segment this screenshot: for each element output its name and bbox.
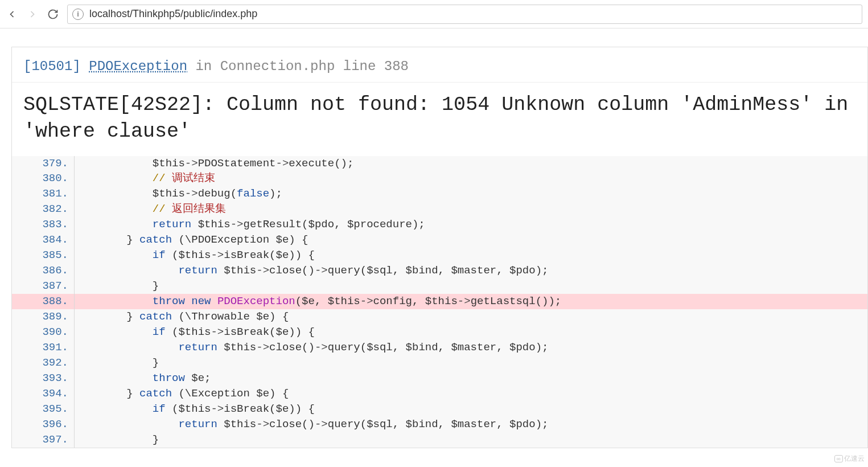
code-line: 379. $this->PDOStatement->execute(); [12,156,867,171]
source-code: 379. $this->PDOStatement->execute();380.… [12,156,867,448]
watermark-icon: ∞ [834,455,843,462]
code-line: 386. return $this->close()->query($sql, … [12,263,867,278]
code-line: 387. } [12,278,867,294]
code-line: 392. } [12,355,867,371]
source-text: return $this->close()->query($sql, $bind… [75,340,867,355]
line-number: 395. [12,402,75,417]
line-number: 391. [12,340,75,355]
code-line: 383. return $this->getResult($pdo, $proc… [12,217,867,232]
code-line: 385. if ($this->isBreak($e)) { [12,248,867,263]
error-code: [10501] [23,59,81,74]
back-button[interactable] [6,8,18,21]
source-text: return $this->close()->query($sql, $bind… [75,263,867,278]
code-line: 396. return $this->close()->query($sql, … [12,417,867,432]
reload-button[interactable] [47,8,59,21]
watermark-text: 亿速云 [844,454,865,462]
line-number: 383. [12,217,75,232]
file-line: Connection.php line 388 [220,59,409,74]
line-number: 384. [12,232,75,248]
line-number: 389. [12,309,75,325]
source-text: } [75,432,867,448]
code-line: 389. } catch (\Throwable $e) { [12,309,867,325]
site-info-icon[interactable]: i [72,9,84,20]
source-text: } catch (\Throwable $e) { [75,309,867,325]
line-number: 392. [12,355,75,371]
line-number: 393. [12,371,75,386]
line-number: 394. [12,386,75,402]
line-number: 390. [12,325,75,340]
code-line-highlight: 388. throw new PDOException($e, $this->c… [12,294,867,309]
error-panel: [10501] PDOException in Connection.php l… [11,47,868,448]
line-number: 385. [12,248,75,263]
line-number: 387. [12,278,75,294]
source-text: return $this->getResult($pdo, $procedure… [75,217,867,232]
error-header: [10501] PDOException in Connection.php l… [12,47,867,83]
source-text: if ($this->isBreak($e)) { [75,248,867,263]
code-line: 390. if ($this->isBreak($e)) { [12,325,867,340]
line-number: 382. [12,202,75,217]
source-text: } catch (\Exception $e) { [75,386,867,402]
forward-button[interactable] [26,8,39,21]
source-text: // 返回结果集 [75,202,867,217]
line-number: 380. [12,171,75,186]
source-text: $this->debug(false); [75,186,867,202]
line-number: 388. [12,294,75,309]
source-text: throw $e; [75,371,867,386]
line-number: 379. [12,156,75,171]
watermark: ∞亿速云 [834,454,865,464]
url-text: localhost/Thinkphp5/public/index.php [89,8,257,20]
code-line: 397. } [12,432,867,448]
line-number: 396. [12,417,75,432]
code-line: 384. } catch (\PDOException $e) { [12,232,867,248]
source-text: } catch (\PDOException $e) { [75,232,867,248]
line-number: 386. [12,263,75,278]
in-word: in [195,59,212,74]
code-line: 394. } catch (\Exception $e) { [12,386,867,402]
error-title: SQLSTATE[42S22]: Column not found: 1054 … [12,83,867,156]
source-text: throw new PDOException($e, $this->config… [75,294,867,309]
address-bar[interactable]: i localhost/Thinkphp5/public/index.php [67,5,862,24]
source-text: } [75,278,867,294]
source-text: if ($this->isBreak($e)) { [75,325,867,340]
browser-toolbar: i localhost/Thinkphp5/public/index.php [0,0,868,28]
code-line: 381. $this->debug(false); [12,186,867,202]
source-text: if ($this->isBreak($e)) { [75,402,867,417]
code-line: 395. if ($this->isBreak($e)) { [12,402,867,417]
code-line: 393. throw $e; [12,371,867,386]
code-line: 391. return $this->close()->query($sql, … [12,340,867,355]
source-text: $this->PDOStatement->execute(); [75,156,867,171]
code-line: 382. // 返回结果集 [12,202,867,217]
exception-link[interactable]: PDOException [89,59,187,74]
source-text: // 调试结束 [75,171,867,186]
line-number: 381. [12,186,75,202]
source-text: return $this->close()->query($sql, $bind… [75,417,867,432]
source-text: } [75,355,867,371]
code-line: 380. // 调试结束 [12,171,867,186]
line-number: 397. [12,432,75,448]
